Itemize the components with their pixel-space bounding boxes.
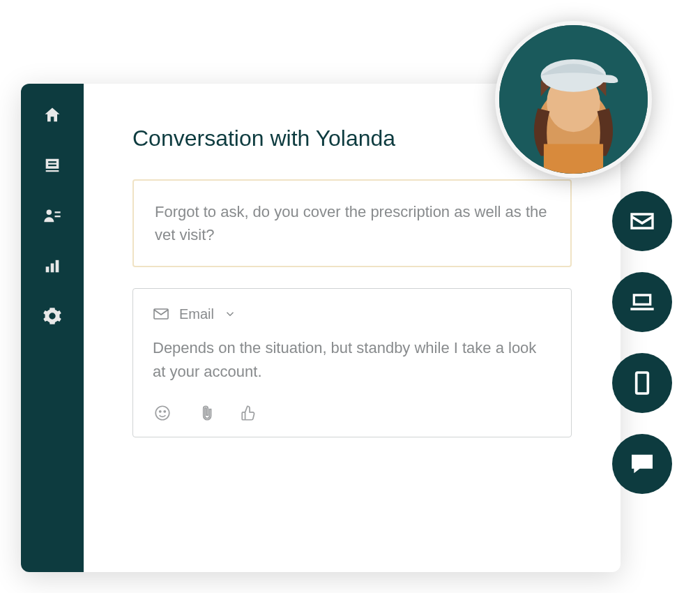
quick-channel-circles <box>612 191 672 494</box>
svg-point-11 <box>164 411 165 412</box>
chevron-down-icon <box>224 308 236 320</box>
reply-box: Email Depends on the situation, but stan… <box>132 288 572 437</box>
contacts-icon[interactable] <box>42 205 63 226</box>
inbox-icon[interactable] <box>42 155 63 176</box>
reply-actions <box>153 403 551 423</box>
attachment-button[interactable] <box>196 403 215 423</box>
sidebar <box>21 84 84 572</box>
channel-label: Email <box>179 306 214 322</box>
svg-point-9 <box>155 406 169 420</box>
stats-icon[interactable] <box>42 255 63 276</box>
svg-rect-0 <box>48 161 56 163</box>
channel-laptop-button[interactable] <box>612 272 672 332</box>
svg-point-10 <box>160 411 161 412</box>
incoming-message: Forgot to ask, do you cover the prescrip… <box>132 179 572 267</box>
svg-rect-17 <box>635 296 649 303</box>
settings-icon[interactable] <box>42 306 63 326</box>
channel-tablet-button[interactable] <box>612 353 672 413</box>
svg-rect-16 <box>544 144 603 174</box>
home-icon[interactable] <box>42 105 63 126</box>
channel-email-button[interactable] <box>612 191 672 251</box>
reply-text[interactable]: Depends on the situation, but standby wh… <box>153 336 551 384</box>
envelope-icon <box>153 306 169 322</box>
svg-point-2 <box>47 210 52 215</box>
svg-rect-7 <box>56 260 59 273</box>
emoji-button[interactable] <box>153 403 172 423</box>
svg-rect-8 <box>154 309 168 319</box>
avatar <box>495 21 652 178</box>
thumbs-up-button[interactable] <box>239 403 259 423</box>
channel-select[interactable]: Email <box>153 306 551 322</box>
channel-chat-button[interactable] <box>612 434 672 494</box>
svg-rect-4 <box>55 216 61 217</box>
svg-rect-1 <box>48 165 56 166</box>
svg-rect-6 <box>51 264 54 273</box>
svg-rect-5 <box>46 267 50 272</box>
svg-rect-18 <box>637 373 648 393</box>
svg-rect-3 <box>55 211 61 213</box>
